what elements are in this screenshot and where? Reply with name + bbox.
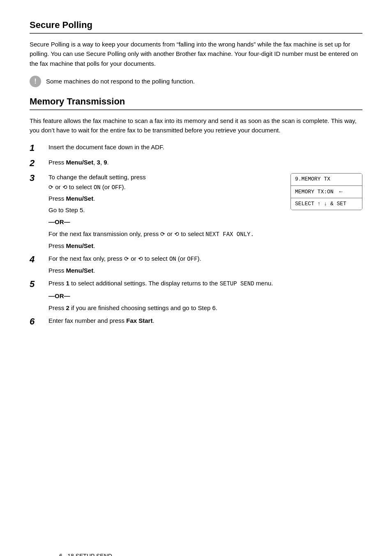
step4-arrow-1: ⟳ (124, 255, 129, 264)
page-wrapper: Secure Polling Secure Polling is a way t… (30, 20, 362, 556)
step4-text-after: to select ON (or OFF). (145, 255, 201, 262)
step-1-content: Insert the document face down in the ADF… (48, 142, 362, 152)
step4-or: or (131, 255, 138, 262)
display-row-2-text: MEMORY TX:ON (295, 189, 334, 195)
step-3: 3 To change the default setting, press ⟳… (30, 172, 362, 250)
display-row-3: SELECT ↑ ↓ & SET (291, 198, 362, 210)
page-footer: 6 - 18 SETUP SEND (59, 553, 112, 556)
step5-or-text: Press 2 if you are finished choosing set… (48, 303, 362, 313)
step4-press: Press Menu/Set. (48, 266, 362, 275)
step-6: 6 Enter fax number and press Fax Start. (30, 316, 362, 328)
step3-text-before: To change the default setting, press (48, 174, 146, 181)
step-1: 1 Insert the document face down in the A… (30, 142, 362, 154)
secure-polling-section: Secure Polling Secure Polling is a way t… (30, 20, 362, 87)
memory-transmission-body: This feature allows the fax machine to s… (30, 116, 362, 135)
step3-or-divider: —OR— (48, 217, 281, 227)
memory-transmission-section: Memory Transmission This feature allows … (30, 96, 362, 328)
step-5: 5 Press 1 to select additional settings.… (30, 278, 362, 313)
step3-or-text: For the next fax transmission only, pres… (48, 229, 281, 239)
secure-polling-body: Secure Polling is a way to keep your doc… (30, 39, 362, 68)
display-row-1: 9.MEMORY TX (291, 174, 362, 185)
step-2-content: Press Menu/Set, 3, 9. (48, 158, 362, 167)
step4-arrow-2: ⟲ (138, 255, 143, 264)
note-box: ! Some machines do not respond to the po… (30, 76, 362, 87)
step3-layout: To change the default setting, press ⟳ o… (48, 172, 362, 250)
section-divider-1 (30, 33, 362, 34)
step-3-num: 3 (30, 172, 48, 184)
step3-or-press: Press Menu/Set. (48, 241, 281, 250)
display-row-2: MEMORY TX:ON ← (291, 186, 362, 199)
step3-circle-arrow-2: ⟲ (62, 183, 67, 192)
or-arrow-2: ⟲ (174, 230, 179, 239)
or-arrow-1: ⟳ (160, 230, 165, 239)
step3-mono: NEXT FAX ONLY. (205, 231, 254, 238)
step-2: 2 Press Menu/Set, 3, 9. (30, 158, 362, 169)
step3-circle-arrow-1: ⟳ (48, 183, 53, 192)
step5-mono: SETUP SEND (220, 280, 254, 287)
steps-list: 1 Insert the document face down in the A… (30, 142, 362, 328)
step-2-num: 2 (30, 158, 48, 169)
step-6-content: Enter fax number and press Fax Start. (48, 316, 362, 325)
note-icon: ! (30, 76, 41, 87)
step3-goto: Go to Step 5. (48, 205, 281, 215)
display-stack: 9.MEMORY TX MEMORY TX:ON ← SELECT ↑ ↓ & … (291, 173, 362, 210)
step5-or-divider: —OR— (48, 291, 362, 301)
secure-polling-title: Secure Polling (30, 20, 362, 30)
step-5-content: Press 1 to select additional settings. T… (48, 278, 362, 313)
memory-transmission-title: Memory Transmission (30, 96, 362, 107)
step-4: 4 For the next fax only, press ⟳ or ⟲ to… (30, 254, 362, 275)
step3-or-word: or (55, 183, 62, 190)
section-divider-2 (30, 109, 362, 110)
step3-display: 9.MEMORY TX MEMORY TX:ON ← SELECT ↑ ↓ & … (291, 173, 362, 210)
display-arrow: ← (339, 188, 342, 195)
step-5-num: 5 (30, 278, 48, 290)
step-1-num: 1 (30, 142, 48, 154)
step-1-text: Insert the document face down in the ADF… (48, 144, 164, 151)
step-6-num: 6 (30, 316, 48, 328)
step5-text-after: menu. (256, 280, 273, 287)
step4-text-before: For the next fax only, press (48, 255, 124, 262)
step-4-num: 4 (30, 254, 48, 266)
step-4-content: For the next fax only, press ⟳ or ⟲ to s… (48, 254, 362, 275)
step-3-content: To change the default setting, press ⟳ o… (48, 172, 362, 250)
step5-text-before: Press 1 to select additional settings. T… (48, 280, 220, 287)
step3-select-text: to select ON (or OFF). (69, 183, 126, 190)
step3-text: To change the default setting, press ⟳ o… (48, 172, 281, 250)
step3-press-menuset: Press Menu/Set. (48, 194, 281, 203)
note-text: Some machines do not respond to the poll… (46, 76, 195, 86)
